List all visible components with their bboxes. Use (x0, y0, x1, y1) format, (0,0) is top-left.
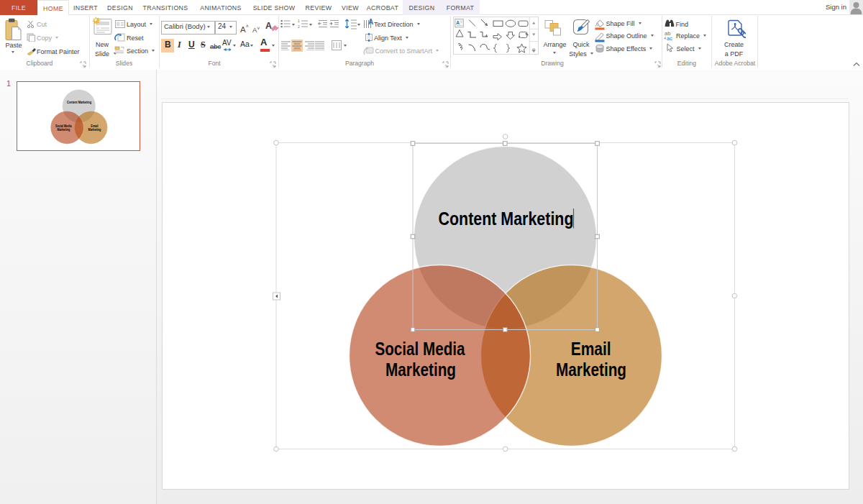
svg-text:1: 1 (298, 19, 300, 23)
svg-text:A: A (368, 18, 373, 26)
svg-text:A: A (456, 20, 460, 25)
svg-text:2: 2 (298, 24, 300, 28)
svg-text:ac: ac (667, 35, 672, 40)
